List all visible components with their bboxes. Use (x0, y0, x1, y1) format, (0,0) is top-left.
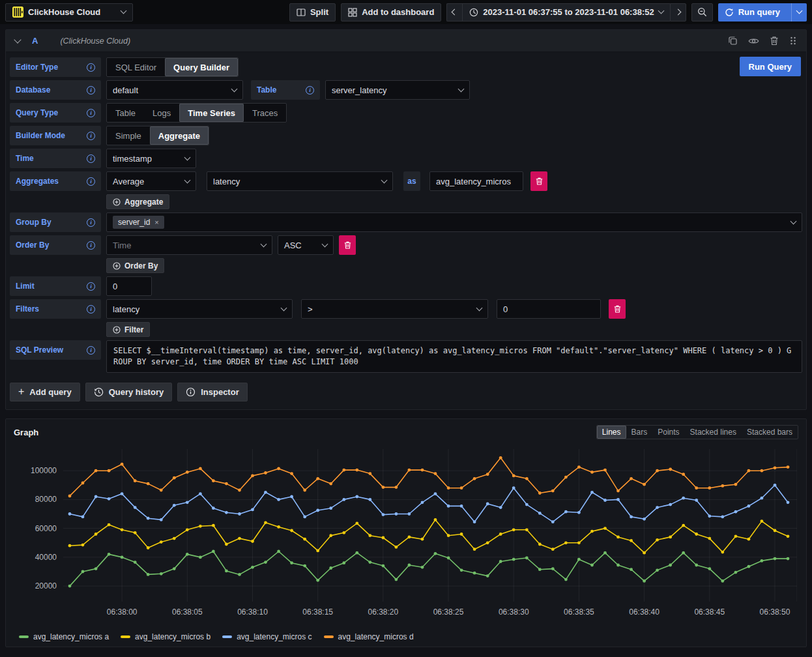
timeseries-chart[interactable]: 06:38:0006:38:0506:38:1006:38:1506:38:20… (12, 443, 797, 630)
legend-label-d: avg_latency_micros d (338, 632, 414, 641)
viz-mode-stacked-bars[interactable]: Stacked bars (742, 426, 798, 439)
table-select[interactable]: server_latency (325, 80, 470, 100)
zoom-out-time-button[interactable] (691, 3, 713, 22)
duplicate-query-icon[interactable] (728, 36, 738, 46)
query-type-option-traces[interactable]: Traces (244, 104, 286, 122)
delete-query-icon[interactable] (770, 36, 779, 46)
limit-input[interactable]: 0 (106, 276, 152, 296)
viz-mode-bars[interactable]: Bars (626, 426, 653, 439)
legend-item-a[interactable]: avg_latency_micros a (19, 632, 109, 641)
filter-operator-select[interactable]: > (301, 299, 488, 319)
legend-item-c[interactable]: avg_latency_micros c (222, 632, 312, 641)
query-type-option-table[interactable]: Table (107, 104, 144, 122)
legend-swatch-a (19, 635, 29, 638)
run-query-button[interactable]: Run query (718, 3, 787, 22)
builder-mode-label: Builder Mode (16, 131, 65, 140)
time-label-cell: Time (10, 149, 101, 168)
hide-query-eye-icon[interactable] (748, 37, 759, 45)
aggregate-function-select[interactable]: Average (106, 171, 196, 191)
split-button[interactable]: Split (289, 3, 336, 22)
order-by-direction-select[interactable]: ASC (278, 235, 334, 255)
query-actions-row: + Add query Query history Inspector (6, 376, 806, 409)
query-type-option-logs[interactable]: Logs (144, 104, 179, 122)
table-label: Table (257, 85, 276, 95)
info-icon[interactable] (87, 346, 95, 355)
filter-value-input[interactable]: 0 (497, 299, 601, 319)
datasource-picker[interactable]: ClickHouse Cloud (5, 3, 133, 22)
chevron-down-icon (322, 241, 328, 247)
time-shift-forward-button[interactable] (670, 3, 686, 22)
legend-item-d[interactable]: avg_latency_micros d (324, 632, 414, 641)
query-type-option-time-series[interactable]: Time Series (179, 104, 244, 122)
run-query-label: Run query (738, 7, 780, 17)
viz-mode-points[interactable]: Points (652, 426, 684, 439)
chevron-down-icon (658, 8, 664, 14)
limit-label-cell: Limit (10, 276, 101, 296)
add-order-by-row: Order By (106, 258, 802, 273)
chevron-down-icon (281, 304, 287, 311)
inspector-button[interactable]: Inspector (177, 383, 248, 402)
run-query-panel-button[interactable]: Run Query (740, 57, 801, 76)
info-icon[interactable] (87, 241, 95, 250)
aggregate-function-value: Average (113, 177, 144, 186)
filters-label: Filters (16, 304, 39, 314)
collapse-query-icon[interactable] (14, 36, 21, 43)
filter-column-select[interactable]: latency (106, 299, 293, 319)
info-icon[interactable] (87, 63, 95, 72)
aggregate-column-select[interactable]: latency (207, 171, 393, 191)
info-icon[interactable] (87, 154, 95, 163)
builder-mode-option-simple[interactable]: Simple (107, 126, 150, 145)
remove-order-by-button[interactable] (339, 235, 356, 255)
editor-type-toggle: SQL Editor Query Builder (106, 57, 239, 77)
editor-type-option-query-builder[interactable]: Query Builder (165, 58, 238, 76)
add-filter-button[interactable]: Filter (106, 322, 150, 337)
svg-text:06:38:45: 06:38:45 (694, 607, 725, 617)
editor-type-option-sql-editor[interactable]: SQL Editor (107, 58, 165, 76)
query-builder-form: Editor Type SQL Editor Query Builder Dat… (6, 52, 806, 373)
chevron-down-icon (261, 241, 267, 247)
editor-type-label-cell: Editor Type (10, 57, 101, 77)
info-icon[interactable] (306, 86, 314, 95)
time-shift-back-button[interactable] (446, 3, 462, 22)
info-icon[interactable] (87, 218, 95, 227)
legend-swatch-d (324, 635, 334, 638)
remove-aggregate-button[interactable] (530, 171, 547, 191)
chevron-down-icon (231, 85, 238, 92)
builder-mode-option-aggregate[interactable]: Aggregate (150, 126, 209, 145)
query-history-button[interactable]: Query history (85, 383, 173, 402)
info-icon[interactable] (87, 109, 95, 117)
group-by-multiselect[interactable]: server_id × (106, 212, 802, 232)
add-aggregate-button[interactable]: Aggregate (106, 194, 169, 209)
database-select[interactable]: default (106, 80, 243, 100)
time-column-select[interactable]: timestamp (106, 149, 196, 168)
viz-mode-stacked-lines[interactable]: Stacked lines (685, 426, 742, 439)
chevron-down-icon (184, 154, 191, 160)
info-icon[interactable] (87, 305, 95, 314)
query-editor-panel: A (ClickHouse Cloud) Run Que (5, 29, 807, 410)
table-value: server_latency (332, 85, 387, 95)
info-icon[interactable] (87, 132, 95, 140)
viz-mode-lines[interactable]: Lines (597, 426, 626, 439)
chevron-down-icon (796, 8, 803, 14)
remove-filter-button[interactable] (609, 299, 626, 319)
field-row-aggregates: Aggregates Average latency as avg_latenc… (10, 171, 802, 191)
info-icon[interactable] (87, 282, 95, 291)
filter-operator-value: > (308, 304, 313, 314)
info-icon[interactable] (87, 86, 95, 95)
add-order-by-button[interactable]: Order By (106, 258, 164, 273)
info-icon[interactable] (87, 177, 95, 186)
graph-panel-header: Graph Lines Bars Points Stacked lines St… (12, 424, 800, 440)
svg-text:20000: 20000 (35, 581, 57, 591)
run-query-dropdown[interactable] (791, 3, 807, 22)
aggregate-alias-input[interactable]: avg_latency_micros (429, 171, 523, 191)
filters-label-cell: Filters (10, 299, 101, 319)
legend-item-b[interactable]: avg_latency_micros b (121, 632, 210, 641)
remove-tag-icon[interactable]: × (154, 218, 158, 226)
drag-handle-icon[interactable] (789, 36, 797, 46)
database-value: default (113, 85, 138, 95)
order-by-column-select[interactable]: Time (106, 235, 272, 255)
add-query-button[interactable]: + Add query (10, 383, 80, 402)
time-range-button[interactable]: 2023-11-01 06:37:55 to 2023-11-01 06:38:… (462, 3, 669, 22)
add-to-dashboard-button[interactable]: Add to dashboard (341, 3, 441, 22)
group-by-tag-server-id[interactable]: server_id × (113, 216, 164, 229)
